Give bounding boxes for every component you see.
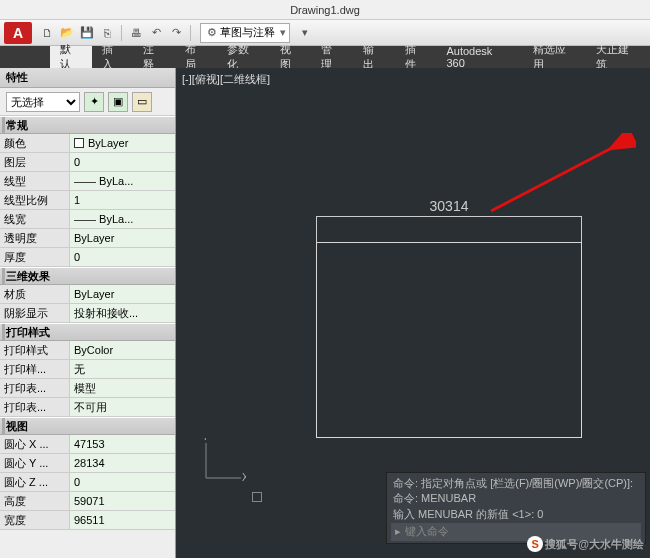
property-row[interactable]: 打印样式ByColor [0,341,175,360]
property-row[interactable]: 线宽—— ByLa... [0,210,175,229]
dimension-value: 30314 [316,198,582,214]
property-value[interactable]: ByColor [70,341,175,359]
property-value[interactable]: 投射和接收... [70,304,175,322]
property-value[interactable]: 28134 [70,454,175,472]
ribbon-tab-3[interactable]: 布局 [175,46,217,68]
svg-text:X: X [242,472,246,483]
property-value[interactable]: 无 [70,360,175,378]
property-value[interactable]: 0 [70,153,175,171]
property-row[interactable]: 厚度0 [0,248,175,267]
qat-dropdown[interactable]: ▾ [296,24,314,42]
open-icon[interactable]: 📂 [58,24,76,42]
property-row[interactable]: 高度59071 [0,492,175,511]
property-label: 打印表... [0,398,70,416]
ucs-origin-box [252,492,262,502]
selection-row: 无选择 ✦ ▣ ▭ [0,88,175,116]
property-label: 圆心 Z ... [0,473,70,491]
drawing-viewport[interactable]: [-][俯视][二维线框] 30314 Y X 命令: 指定对角点或 [栏选(F… [176,68,650,558]
saveas-icon[interactable]: ⎘ [98,24,116,42]
linear-dimension[interactable]: 30314 [316,198,582,217]
property-label: 材质 [0,285,70,303]
redo-icon[interactable]: ↷ [167,24,185,42]
ribbon-tab-11[interactable]: 天正建筑 [586,46,649,68]
property-value[interactable]: 59071 [70,492,175,510]
workspace-dropdown[interactable]: ⚙ 草图与注释 [200,23,290,43]
property-value[interactable]: ByLayer [70,285,175,303]
property-row[interactable]: 线型比例1 [0,191,175,210]
color-swatch [74,138,84,148]
ribbon-tab-4[interactable]: 参数化 [217,46,270,68]
property-label: 阴影显示 [0,304,70,322]
property-label: 圆心 X ... [0,435,70,453]
ribbon-tab-6[interactable]: 管理 [311,46,353,68]
ribbon-tab-1[interactable]: 插入 [92,46,134,68]
print-icon[interactable]: 🖶 [127,24,145,42]
property-value[interactable]: 0 [70,248,175,266]
command-input-row[interactable]: ▸ 键入命令 [391,523,641,541]
property-row[interactable]: 圆心 Y ...28134 [0,454,175,473]
property-row[interactable]: 圆心 X ...47153 [0,435,175,454]
ribbon-tab-7[interactable]: 输出 [353,46,395,68]
property-value[interactable]: —— ByLa... [70,172,175,190]
property-value[interactable]: 96511 [70,511,175,529]
property-row[interactable]: 透明度ByLayer [0,229,175,248]
rectangle-entity[interactable] [316,242,582,438]
command-placeholder: 键入命令 [405,524,449,539]
ribbon-tabs: 默认插入注释布局参数化视图管理输出插件Autodesk 360精选应用天正建筑 [0,46,650,68]
property-label: 打印表... [0,379,70,397]
palette-title: 特性 [0,68,175,88]
property-value[interactable]: —— ByLa... [70,210,175,228]
separator [121,25,122,41]
property-group-header[interactable]: 视图 [0,417,175,435]
ribbon-tab-10[interactable]: 精选应用 [523,46,586,68]
property-group-header[interactable]: 打印样式 [0,323,175,341]
properties-palette: 特性 无选择 ✦ ▣ ▭ 常规颜色ByLayer图层0线型—— ByLa...线… [0,68,176,558]
property-row[interactable]: 圆心 Z ...0 [0,473,175,492]
quick-select-button[interactable]: ✦ [84,92,104,112]
dimension-line [316,216,582,217]
svg-text:Y: Y [202,438,209,442]
select-objects-button[interactable]: ▭ [132,92,152,112]
property-row[interactable]: 阴影显示投射和接收... [0,304,175,323]
property-label: 透明度 [0,229,70,247]
ribbon-tab-2[interactable]: 注释 [133,46,175,68]
property-row[interactable]: 打印表...不可用 [0,398,175,417]
property-label: 厚度 [0,248,70,266]
new-icon[interactable]: 🗋 [38,24,56,42]
pickadd-button[interactable]: ▣ [108,92,128,112]
property-row[interactable]: 材质ByLayer [0,285,175,304]
command-history[interactable]: 命令: 指定对角点或 [栏选(F)/圈围(WP)/圈交(CP)]: 命令: ME… [386,472,646,544]
property-group-header[interactable]: 三维效果 [0,267,175,285]
property-label: 打印样式 [0,341,70,359]
viewport-label[interactable]: [-][俯视][二维线框] [182,72,270,87]
property-value[interactable]: 47153 [70,435,175,453]
property-label: 打印样... [0,360,70,378]
property-value[interactable]: ByLayer [70,134,175,152]
property-label: 图层 [0,153,70,171]
ribbon-tab-9[interactable]: Autodesk 360 [436,46,522,68]
save-icon[interactable]: 💾 [78,24,96,42]
selection-dropdown[interactable]: 无选择 [6,92,80,112]
property-row[interactable]: 图层0 [0,153,175,172]
ribbon-tab-0[interactable]: 默认 [50,46,92,68]
property-row[interactable]: 宽度96511 [0,511,175,530]
property-row[interactable]: 打印样...无 [0,360,175,379]
ribbon-tab-8[interactable]: 插件 [395,46,437,68]
undo-icon[interactable]: ↶ [147,24,165,42]
property-value[interactable]: 不可用 [70,398,175,416]
property-row[interactable]: 线型—— ByLa... [0,172,175,191]
command-prompt-icon: ▸ [395,524,401,539]
app-logo[interactable]: A [4,22,32,44]
property-value[interactable]: 模型 [70,379,175,397]
property-label: 线型 [0,172,70,190]
property-label: 线型比例 [0,191,70,209]
document-title: Drawing1.dwg [290,4,360,16]
property-value[interactable]: 1 [70,191,175,209]
property-row[interactable]: 颜色ByLayer [0,134,175,153]
property-row[interactable]: 打印表...模型 [0,379,175,398]
property-value[interactable]: 0 [70,473,175,491]
ucs-icon: Y X [196,438,246,488]
property-group-header[interactable]: 常规 [0,116,175,134]
ribbon-tab-5[interactable]: 视图 [270,46,312,68]
property-value[interactable]: ByLayer [70,229,175,247]
